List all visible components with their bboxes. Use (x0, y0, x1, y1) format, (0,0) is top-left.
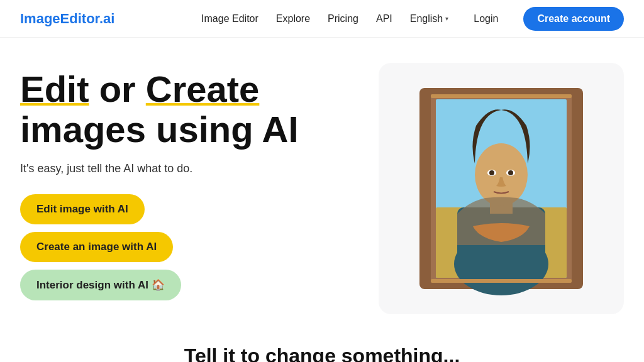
nav-explore[interactable]: Explore (276, 13, 310, 25)
nav-image-editor[interactable]: Image Editor (201, 13, 258, 25)
create-image-button[interactable]: Create an image with AI (20, 232, 173, 262)
hero-text-section: Edit or Create images using AI It's easy… (20, 63, 353, 300)
language-label: English (410, 13, 443, 25)
create-account-button[interactable]: Create account (523, 7, 624, 31)
language-selector[interactable]: English ▾ (410, 13, 448, 25)
nav-pricing[interactable]: Pricing (328, 13, 358, 25)
hero-title-rest: images using AI (20, 109, 299, 150)
main-content: Edit or Create images using AI It's easy… (0, 38, 644, 314)
login-button[interactable]: Login (466, 9, 506, 28)
hero-title: Edit or Create images using AI (20, 69, 353, 150)
bottom-section: Tell it to change something... (0, 314, 644, 362)
hero-subtitle: It's easy, just tell the AI what to do. (20, 162, 353, 175)
hero-title-edit: Edit (20, 69, 89, 109)
chevron-down-icon: ▾ (445, 15, 448, 22)
edit-image-button[interactable]: Edit image with AI (20, 194, 145, 224)
mona-lisa-illustration (413, 82, 589, 295)
interior-design-button[interactable]: Interior design with AI 🏠 (20, 270, 181, 300)
logo[interactable]: ImageEditor.ai (20, 11, 114, 27)
nav-api[interactable]: API (376, 13, 392, 25)
hero-title-or: or (99, 69, 146, 109)
header: ImageEditor.ai Image Editor Explore Pric… (0, 0, 644, 38)
hero-image-panel (379, 63, 624, 314)
svg-point-7 (475, 143, 528, 206)
main-nav: Image Editor Explore Pricing API English… (201, 7, 624, 31)
cta-buttons-group: Edit image with AI Create an image with … (20, 194, 353, 300)
hero-title-create: Create (146, 69, 260, 109)
svg-point-9 (489, 170, 494, 175)
svg-point-11 (508, 170, 513, 175)
svg-rect-13 (431, 279, 572, 283)
svg-rect-12 (431, 94, 572, 98)
bottom-tagline: Tell it to change something... (0, 326, 644, 362)
